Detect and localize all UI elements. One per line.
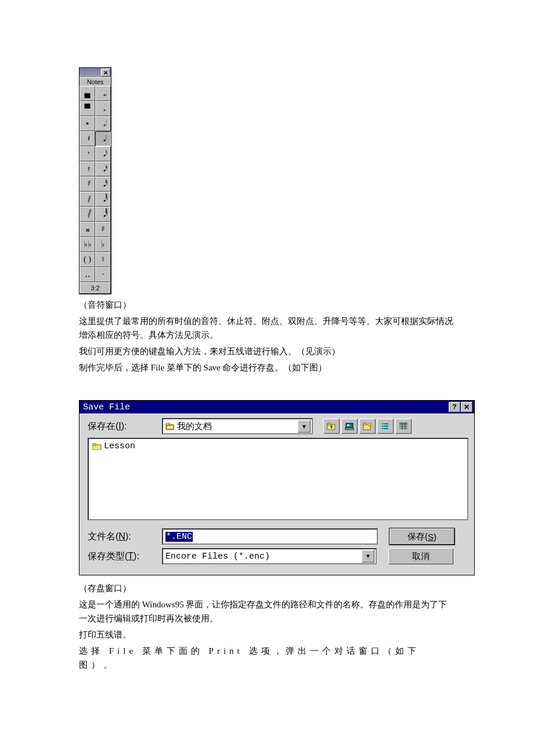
half-note-open-button[interactable]: 𝅗 xyxy=(95,101,111,116)
double-dot-button[interactable]: ‥ xyxy=(80,267,95,282)
save-in-combo[interactable]: 我的文档 ▼ xyxy=(162,418,313,434)
desktop-button[interactable] xyxy=(341,419,358,434)
new-folder-button[interactable] xyxy=(359,419,376,434)
svg-rect-22 xyxy=(92,444,96,445)
dropdown-arrow-icon[interactable]: ▼ xyxy=(362,550,374,563)
caption-notes-window: （音符窗口） xyxy=(79,298,455,312)
doc-paragraph-6: 选择 File 菜单下面的 Print 选项，弹出一个对话窗口（如下图）。 xyxy=(79,644,455,672)
svg-rect-15 xyxy=(399,423,407,424)
parentheses-button[interactable]: ( ) xyxy=(80,252,95,267)
details-view-button[interactable] xyxy=(395,419,412,434)
thirtysecond-note-button[interactable]: 𝅘𝅥𝅰 xyxy=(95,177,111,192)
save-in-label: 保存在(I): xyxy=(88,420,162,433)
svg-rect-8 xyxy=(363,423,366,425)
list-view-button[interactable] xyxy=(377,419,394,434)
save-button[interactable]: 保存(S) xyxy=(389,528,454,545)
save-in-value: 我的文档 xyxy=(177,421,298,432)
sixteenth-rest-button[interactable]: 𝄿 xyxy=(80,161,95,177)
dot-button[interactable]: · xyxy=(95,267,111,282)
dropdown-arrow-icon[interactable]: ▼ xyxy=(298,420,311,433)
svg-rect-18 xyxy=(399,428,407,429)
cancel-button[interactable]: 取消 xyxy=(388,548,453,564)
up-one-level-button[interactable] xyxy=(323,419,340,434)
onetwentyeighth-rest-button[interactable]: 𝅂 xyxy=(80,207,95,222)
svg-rect-6 xyxy=(345,428,353,430)
svg-rect-3 xyxy=(327,423,330,425)
whole-rest-button[interactable]: ▄ xyxy=(80,86,95,101)
notes-palette-titlebar[interactable]: ✕ xyxy=(80,68,111,77)
svg-rect-11 xyxy=(382,426,383,427)
help-icon[interactable]: ? xyxy=(449,402,460,412)
svg-rect-13 xyxy=(382,428,383,429)
list-icon xyxy=(381,422,390,430)
double-sharp-button[interactable]: 𝄪 xyxy=(80,222,95,237)
details-icon xyxy=(399,422,408,430)
svg-rect-5 xyxy=(347,424,349,426)
folder-open-icon xyxy=(165,422,175,430)
save-file-dialog: Save File ? ✕ 保存在(I): 我的文档 ▼ xyxy=(79,400,475,575)
half-note-button[interactable]: 𝅗𝅥 xyxy=(95,116,111,131)
sixtyfourth-rest-button[interactable]: 𝅁 xyxy=(80,192,95,207)
svg-rect-16 xyxy=(399,424,407,425)
filename-label: 文件名(N): xyxy=(88,531,162,543)
new-folder-icon xyxy=(363,422,372,430)
quarter-rest-button[interactable]: 𝄽 xyxy=(80,131,95,146)
svg-rect-9 xyxy=(382,423,383,424)
close-icon[interactable]: ✕ xyxy=(101,69,110,77)
notes-palette-window: ✕ Notes ▄𝅝▀𝅗▪𝅗𝅥𝄽𝅘𝅥𝄾𝅘𝅥𝅮𝄿𝅘𝅥𝅯𝅀𝅘𝅥𝅰𝅁𝅘𝅥𝅱𝅂𝅘𝅥𝅲𝄪♯… xyxy=(79,67,111,294)
thirtysecond-rest-button[interactable]: 𝅀 xyxy=(80,177,95,192)
sixtyfourth-note-button[interactable]: 𝅘𝅥𝅱 xyxy=(95,192,111,207)
filename-input[interactable]: *.ENC xyxy=(162,528,378,545)
natural-button[interactable]: ♮ xyxy=(95,252,111,267)
half-rest-button[interactable]: ▀ xyxy=(80,101,95,116)
folder-icon xyxy=(92,443,102,450)
eighth-note-button[interactable]: 𝅘𝅥𝅮 xyxy=(95,146,111,161)
svg-rect-14 xyxy=(384,428,388,429)
doc-paragraph-5: 打印五线谱。 xyxy=(79,628,455,642)
folder-item[interactable]: Lesson xyxy=(92,441,464,451)
notes-palette-label: Notes xyxy=(80,77,111,86)
doc-paragraph-4: 这是一个通用的 Windows95 界面，让你指定存盘文件的路径和文件的名称。存… xyxy=(79,597,455,625)
svg-rect-12 xyxy=(384,426,388,427)
desktop-icon xyxy=(345,422,354,430)
caption-save-window: （存盘窗口） xyxy=(79,581,455,595)
svg-rect-1 xyxy=(166,423,169,425)
filetype-value: Encore Files (*.enc) xyxy=(165,552,270,561)
file-list-area[interactable]: Lesson xyxy=(88,438,468,520)
dialog-titlebar[interactable]: Save File ? ✕ xyxy=(80,401,474,413)
eighth-rest-button[interactable]: 𝄾 xyxy=(80,146,95,161)
doc-paragraph-2: 我们可用更方便的键盘输入方法，来对五线谱进行输入。（见演示） xyxy=(79,344,455,358)
double-flat-button[interactable]: ♭♭ xyxy=(80,237,95,252)
svg-rect-10 xyxy=(384,423,388,424)
tuplet-button[interactable]: 3:2 xyxy=(80,282,111,294)
half-rest-2-button[interactable]: ▪ xyxy=(80,116,95,131)
folder-item-label: Lesson xyxy=(104,441,135,451)
flat-button[interactable]: ♭ xyxy=(95,237,111,252)
onetwentyeighth-note-button[interactable]: 𝅘𝅥𝅲 xyxy=(95,207,111,222)
svg-rect-17 xyxy=(399,426,407,427)
close-icon[interactable]: ✕ xyxy=(461,402,472,412)
sixteenth-note-button[interactable]: 𝅘𝅥𝅯 xyxy=(95,161,111,177)
quarter-note-button[interactable]: 𝅘𝅥 xyxy=(95,131,111,146)
filetype-label: 保存类型(T): xyxy=(88,550,162,563)
folder-up-icon xyxy=(327,422,336,430)
dialog-title: Save File xyxy=(83,402,449,412)
whole-note-button[interactable]: 𝅝 xyxy=(95,86,111,101)
filename-value: *.ENC xyxy=(165,532,193,542)
sharp-button[interactable]: ♯ xyxy=(95,222,111,237)
doc-paragraph-3: 制作完毕后，选择 File 菜单下的 Save 命令进行存盘。（如下图） xyxy=(79,361,455,375)
filetype-combo[interactable]: Encore Files (*.enc) ▼ xyxy=(162,548,377,564)
doc-paragraph-1: 这里提供了最常用的所有时值的音符、休止符、附点、双附点、升降号等等。大家可根据实… xyxy=(79,314,455,342)
